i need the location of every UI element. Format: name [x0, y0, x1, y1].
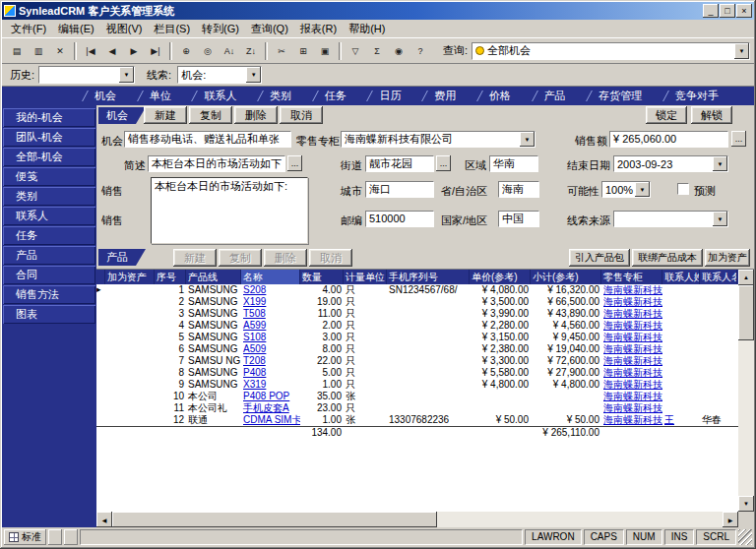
column-header-4[interactable]: 名称 — [241, 270, 300, 284]
lead-source-combo[interactable]: ▼ — [613, 211, 728, 227]
paste-icon[interactable]: ▣ — [314, 41, 336, 61]
cell-name[interactable]: X319 — [241, 379, 300, 391]
scroll-down-icon[interactable]: ▼ — [738, 496, 754, 512]
column-header-9[interactable]: 小计(参考) — [531, 270, 601, 284]
tab-3[interactable]: 联系人 — [194, 89, 236, 103]
tab-10[interactable]: 存货管理 — [589, 89, 642, 103]
view-toggle-button-2[interactable] — [64, 529, 78, 545]
tab-7[interactable]: 费用 — [424, 89, 456, 103]
amount-more-button[interactable]: ... — [731, 131, 746, 147]
cell-asset[interactable] — [105, 355, 155, 367]
chevron-down-icon[interactable]: ▼ — [713, 212, 727, 226]
sidebar-item-5[interactable]: 类别 — [3, 187, 95, 206]
product-delete-button[interactable]: 删除 — [264, 249, 307, 267]
product-copy-button[interactable]: 复制 — [219, 249, 262, 267]
find-icon[interactable]: ◉ — [388, 41, 410, 61]
table-row[interactable]: 5SAMSUNGS1083.00只¥ 3,150.00¥ 9,450.00海南蝶… — [96, 332, 754, 343]
history-combo[interactable]: ▼ — [38, 66, 135, 84]
menu-item-3[interactable]: 视图(V) — [100, 21, 149, 37]
sidebar-item-6[interactable]: 联系人 — [3, 207, 95, 225]
horizontal-scrollbar[interactable]: ◀ ▶ — [96, 512, 738, 527]
add-asset-button[interactable]: 加为资产 — [705, 249, 750, 267]
tab-9[interactable]: 产品 — [535, 89, 566, 103]
tab-2[interactable]: 单位 — [140, 89, 171, 103]
tab-6[interactable]: 日历 — [369, 89, 401, 103]
copy-icon[interactable]: ⊞ — [292, 41, 314, 61]
column-header-10[interactable]: 零售专柜 — [601, 270, 662, 284]
scroll-up-icon[interactable]: ▲ — [738, 270, 754, 285]
column-header-6[interactable]: 计量单位 — [344, 270, 387, 284]
zip-input[interactable]: 510000 — [365, 211, 434, 227]
cell-name[interactable]: X199 — [241, 296, 300, 308]
scroll-thumb[interactable] — [112, 512, 437, 527]
query-combo[interactable]: 全部机会 ▼ — [472, 42, 750, 60]
city-input[interactable]: 海口 — [365, 181, 434, 198]
next-record-icon[interactable]: ▶ — [123, 41, 145, 61]
sort-desc-icon[interactable]: Z↓ — [240, 41, 262, 61]
sidebar-item-11[interactable]: 图表 — [3, 305, 95, 324]
sidebar-item-2[interactable]: 团队-机会 — [3, 128, 95, 147]
cell-asset[interactable] — [105, 284, 155, 296]
delete-button[interactable]: 删除 — [234, 106, 278, 124]
cut-icon[interactable]: ✂ — [271, 41, 292, 61]
cell-name[interactable]: A599 — [241, 320, 300, 332]
cell-last[interactable]: 王 — [662, 414, 700, 426]
cell-asset[interactable] — [105, 367, 155, 379]
scroll-thumb[interactable] — [738, 285, 754, 340]
product-new-button[interactable]: 新建 — [173, 249, 217, 267]
minimize-button[interactable]: _ — [703, 4, 719, 18]
import-package-button[interactable]: 引入产品包 — [569, 249, 630, 267]
cell-counter[interactable]: 海南蝶新科技有限公司 — [601, 332, 662, 343]
sidebar-item-8[interactable]: 产品 — [3, 246, 95, 265]
close-button[interactable]: × — [736, 4, 752, 18]
cell-counter[interactable]: 海南蝶新科技有限公司 — [601, 379, 662, 391]
cell-asset[interactable] — [105, 343, 155, 355]
table-row[interactable]: 7SAMSU NGT20822.00只¥ 3,300.00¥ 72,600.00… — [96, 355, 754, 367]
column-header-1[interactable]: 加为资产 — [105, 270, 155, 284]
chevron-down-icon[interactable]: ▼ — [520, 132, 535, 147]
cell-counter[interactable]: 海南蝶新科技有限公司 — [601, 308, 662, 320]
cell-name[interactable]: T508 — [241, 308, 300, 320]
sidebar-item-10[interactable]: 销售方法 — [3, 285, 95, 304]
tab-11[interactable]: 竞争对手 — [665, 89, 719, 103]
column-header-7[interactable]: 手机序列号 — [387, 270, 470, 284]
forecast-checkbox[interactable] — [677, 183, 689, 195]
sidebar-item-7[interactable]: 任务 — [3, 226, 95, 245]
table-row[interactable]: ▸1SAMSUNGS2084.00只SN1234567/68/¥ 4,080.0… — [96, 284, 754, 296]
cell-counter[interactable]: 海南蝶新科技有限公司 — [601, 414, 662, 426]
amount-input[interactable]: ¥ 265,060.00 — [609, 131, 728, 148]
table-row[interactable]: 3SAMSUNGT50811.00只¥ 3,990.00¥ 43,890.00海… — [96, 308, 754, 320]
probability-combo[interactable]: 100% ▼ — [601, 181, 651, 198]
scroll-track[interactable] — [738, 340, 754, 496]
cell-asset[interactable] — [105, 379, 155, 391]
cell-counter[interactable]: 海南蝶新科技有限公司 — [601, 343, 662, 355]
cell-name[interactable]: 手机皮套A — [241, 402, 300, 414]
view-selector[interactable]: 标准 — [4, 529, 46, 545]
maximize-button[interactable]: □ — [720, 4, 735, 18]
cell-name[interactable]: S208 — [241, 284, 300, 296]
table-row[interactable]: 4SAMSUNGA5992.00只¥ 2,280.00¥ 4,560.00海南蝶… — [96, 320, 754, 332]
scroll-left-icon[interactable]: ◀ — [96, 512, 112, 527]
column-header-5[interactable]: 数量 — [300, 270, 344, 284]
menu-item-8[interactable]: 帮助(H) — [343, 21, 391, 37]
street-more-button[interactable]: ... — [436, 155, 451, 171]
cell-asset[interactable] — [105, 332, 155, 343]
cell-counter[interactable]: 海南蝶新科技有限公司 — [601, 391, 662, 402]
cell-name[interactable]: P408 POP — [241, 391, 300, 402]
counter-combo[interactable]: 海南蝶新科技有限公司 ▼ — [341, 131, 536, 148]
chevron-down-icon[interactable]: ▼ — [246, 67, 261, 83]
cell-counter[interactable]: 海南蝶新科技有限公司 — [601, 355, 662, 367]
tab-8[interactable]: 价格 — [479, 89, 511, 103]
sales-memo-popup[interactable]: 本柜台本日的市场活动如下: — [151, 177, 308, 244]
region-input[interactable]: 华南 — [489, 155, 538, 172]
menu-item-2[interactable]: 编辑(E) — [52, 21, 100, 37]
menu-item-6[interactable]: 查询(Q) — [245, 21, 294, 37]
zoom-icon[interactable]: ⊕ — [175, 41, 197, 61]
scroll-right-icon[interactable]: ▶ — [723, 512, 738, 527]
column-header-11[interactable]: 联系人姓 — [662, 270, 700, 284]
tab-1[interactable]: 机会 — [85, 89, 116, 103]
search-icon[interactable]: ◎ — [197, 41, 219, 61]
thread-combo[interactable]: 机会: ▼ — [177, 66, 262, 84]
cell-asset[interactable] — [105, 296, 155, 308]
cell-name[interactable]: P408 — [241, 367, 300, 379]
